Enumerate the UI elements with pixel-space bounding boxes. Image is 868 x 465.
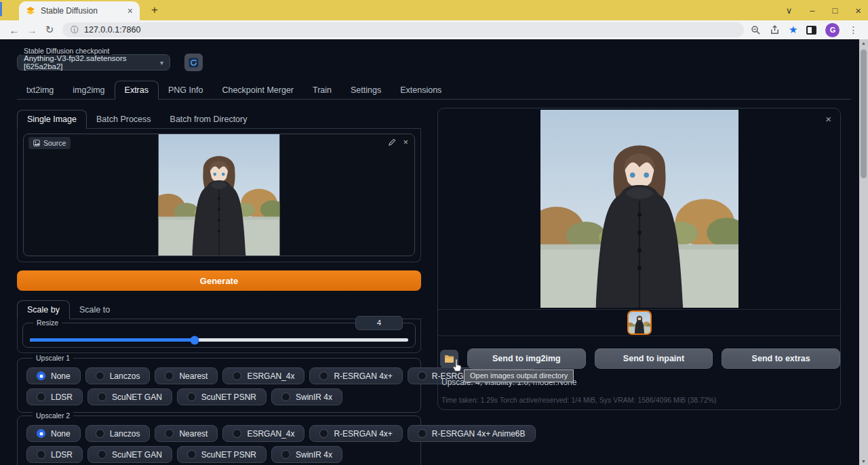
tab-png-info[interactable]: PNG Info [159,81,212,99]
address-bar[interactable]: ⓘ 127.0.0.1:7860 [62,22,744,37]
tab-scale-to[interactable]: Scale to [70,301,119,319]
upscaler2-option-none[interactable]: None [26,425,81,442]
upscaler2-option-scunet-psnr[interactable]: ScuNET PSNR [177,446,267,463]
edit-pencil-icon[interactable] [388,138,396,146]
scrollbar-thumb[interactable] [861,49,867,178]
option-label: None [51,429,71,439]
tab-checkpoint-merger[interactable]: Checkpoint Merger [212,81,303,99]
gradio-favicon [26,6,35,16]
tab-single-image[interactable]: Single Image [17,110,87,129]
tab-settings[interactable]: Settings [341,81,391,99]
zoom-icon[interactable] [751,25,761,35]
share-icon[interactable] [770,25,780,35]
tab-scale-by[interactable]: Scale by [17,300,70,319]
option-label: Lanczos [110,429,140,439]
upscaler-1-group: Upscaler 1 None Lanczos Nearest ESRGAN_4… [17,358,421,413]
option-label: ScuNET PSNR [201,392,256,402]
upscaler1-option-ldsr[interactable]: LDSR [26,388,83,405]
radio-icon [165,429,174,438]
slider-handle[interactable] [190,336,199,344]
option-label: ESRGAN_4x [247,371,294,381]
checkpoint-dropdown[interactable]: Anything-V3-fp32.safetensors [625a2ba2] … [17,54,170,70]
radio-icon [418,429,427,438]
upscaler2-option-r-esrgan-anime6b[interactable]: R-ESRGAN 4x+ Anime6B [408,425,536,442]
window-maximize-icon[interactable]: □ [832,6,837,15]
upscaler2-option-esrgan-4x[interactable]: ESRGAN_4x [222,425,304,442]
output-image[interactable] [540,110,738,308]
option-label: R-ESRGAN 4x+ Anime6B [432,429,526,439]
refresh-checkpoints-button[interactable] [184,54,203,71]
tab-txt2img[interactable]: txt2img [17,81,63,99]
bookmark-star-icon[interactable]: ★ [789,24,797,36]
window-close-icon[interactable]: × [855,5,861,16]
window-minimize-icon[interactable]: – [810,6,814,15]
reload-icon[interactable]: ↻ [41,24,58,36]
back-icon[interactable]: ← [5,24,23,36]
radio-selected-icon [37,371,45,380]
upscaler1-option-esrgan-4x[interactable]: ESRGAN_4x [222,367,304,384]
send-to-extras-button[interactable]: Send to extras [722,348,840,369]
scroll-up-icon[interactable]: ▲ [859,41,868,45]
send-to-inpaint-button[interactable]: Send to inpaint [595,348,713,369]
upscaler-2-row-1: None Lanczos Nearest ESRGAN_4x R-ESRGAN … [26,425,420,442]
upscaler2-option-lanczos[interactable]: Lanczos [85,425,151,442]
upscaler1-option-none[interactable]: None [26,367,81,384]
resize-slider[interactable] [30,338,408,342]
tab-extensions[interactable]: Extensions [391,81,451,99]
upscaler1-option-lanczos[interactable]: Lanczos [85,367,151,384]
upscaler1-option-scunet-psnr[interactable]: ScuNET PSNR [177,388,267,405]
clear-image-icon[interactable]: × [403,138,408,146]
upscaler2-option-swinir-4x[interactable]: SwinIR 4x [271,446,342,463]
option-label: SwinIR 4x [296,392,332,402]
radio-icon [37,392,45,401]
side-panel-icon[interactable] [806,26,816,35]
browser-menu-icon[interactable]: ⋮ [848,24,858,35]
tab-batch-from-directory[interactable]: Batch from Directory [161,110,257,128]
checkpoint-value: Anything-V3-fp32.safetensors [625a2ba2] [24,54,160,70]
new-tab-button[interactable]: + [146,3,163,18]
gallery-thumbnail-selected[interactable] [627,310,652,335]
slider-fill [30,338,195,342]
generate-button[interactable]: Generate [17,270,421,291]
site-info-icon[interactable]: ⓘ [71,24,79,36]
upscaler-2-group: Upscaler 2 None Lanczos Nearest ESRGAN_4… [17,416,421,465]
option-label: ScuNET GAN [112,392,162,402]
upscaler1-option-swinir-4x[interactable]: SwinIR 4x [271,388,342,405]
resize-label: Resize [33,319,62,327]
tab-img2img[interactable]: img2img [63,81,114,99]
forward-icon[interactable]: → [23,24,41,36]
resize-value-input[interactable]: 4 [355,316,403,330]
upscaler2-option-nearest[interactable]: Nearest [155,425,218,442]
image-icon [33,140,40,146]
radio-icon [37,450,45,459]
upscaler1-option-scunet-gan[interactable]: ScuNET GAN [87,388,172,405]
url-text: 127.0.0.1:7860 [84,25,140,35]
upscaler-2-label: Upscaler 2 [33,411,73,420]
radio-icon [319,371,328,380]
upscaler-2-row-2: LDSR ScuNET GAN ScuNET PSNR SwinIR 4x [26,446,420,463]
page-scrollbar[interactable]: ▲ ▼ [859,39,868,465]
scroll-down-icon[interactable]: ▼ [859,459,868,464]
upscaler2-option-ldsr[interactable]: LDSR [26,446,83,463]
close-gallery-icon[interactable]: × [825,114,831,124]
upscaler2-option-r-esrgan-4x[interactable]: R-ESRGAN 4x+ [309,425,402,442]
toolbar-actions: ★ G ⋮ [751,23,858,37]
avatar[interactable]: G [825,23,840,37]
source-chip-label: Source [43,139,66,147]
tab-train[interactable]: Train [303,81,341,99]
performance-footer-text: Time taken: 1.29s Torch active/reserved:… [441,396,717,404]
send-to-img2img-button[interactable]: Send to img2img [467,348,586,369]
option-label: ScuNET PSNR [201,450,256,460]
upscaler1-option-nearest[interactable]: Nearest [155,367,218,384]
tab-title: Stable Diffusion [41,6,122,16]
tab-extras[interactable]: Extras [115,81,159,100]
option-label: None [51,371,71,381]
browser-tab[interactable]: Stable Diffusion × [19,1,140,20]
tab-batch-process[interactable]: Batch Process [87,110,161,128]
close-tab-icon[interactable]: × [127,6,133,16]
tooltip: Open images output directory [464,369,574,382]
window-chevron-icon[interactable]: ∨ [786,6,793,15]
upscaler2-option-scunet-gan[interactable]: ScuNET GAN [87,446,172,463]
source-image-dropzone[interactable]: Source × [23,134,415,256]
upscaler1-option-r-esrgan-4x[interactable]: R-ESRGAN 4x+ [309,367,402,384]
